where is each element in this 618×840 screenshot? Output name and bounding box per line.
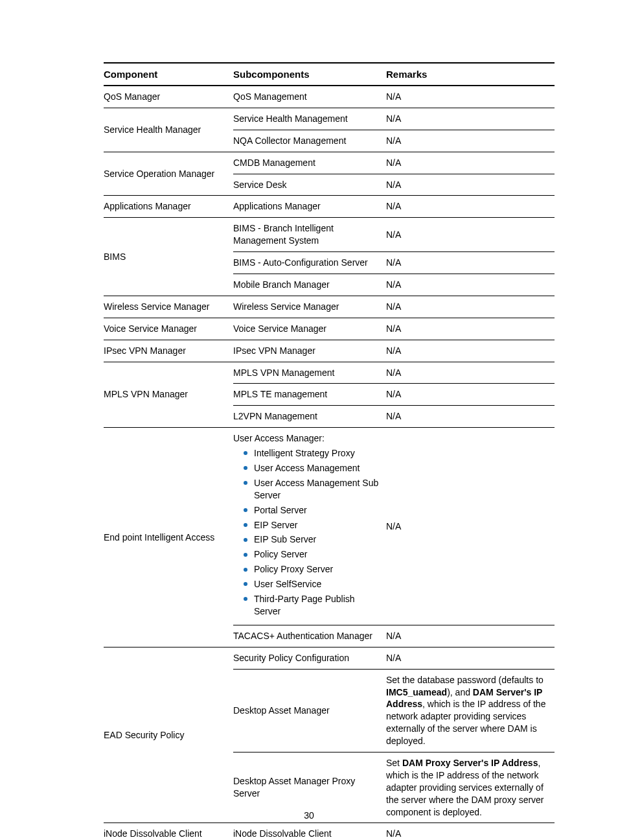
- sublist-item: User Access Management: [244, 462, 381, 474]
- subcomponent-cell: iNode Dissolvable Client: [233, 823, 386, 840]
- remarks-cell: N/A: [386, 218, 555, 252]
- remarks-cell: N/A: [386, 823, 555, 840]
- sublist-item: Policy Server: [244, 548, 381, 561]
- remarks-cell: N/A: [386, 625, 555, 647]
- sublist-header: User Access Manager:: [233, 432, 381, 445]
- remarks-cell: N/A: [386, 196, 555, 218]
- subcomponent-cell: MPLS TE management: [233, 384, 386, 406]
- sublist-item: Third-Party Page Publish Server: [244, 593, 381, 618]
- component-cell: BIMS: [104, 218, 233, 296]
- remarks-cell: N/A: [386, 384, 555, 406]
- subcomponent-cell: User Access Manager:Intelligent Strategy…: [233, 428, 386, 625]
- sublist-item: EIP Server: [244, 519, 381, 531]
- remarks-cell: N/A: [386, 647, 555, 669]
- subcomponent-cell: Mobile Branch Manager: [233, 274, 386, 296]
- subcomponent-cell: L2VPN Management: [233, 406, 386, 428]
- remarks-cell: N/A: [386, 152, 555, 174]
- table-row: MPLS VPN ManagerMPLS VPN ManagementN/A: [104, 362, 555, 384]
- header-subcomponents: Subcomponents: [233, 63, 386, 86]
- table-row: Service Health ManagerService Health Man…: [104, 108, 555, 130]
- component-cell: End point Intelligent Access: [104, 428, 233, 647]
- remarks-cell: N/A: [386, 86, 555, 108]
- component-cell: MPLS VPN Manager: [104, 362, 233, 428]
- subcomponent-cell: CMDB Management: [233, 152, 386, 174]
- sublist-item: Portal Server: [244, 504, 381, 517]
- subcomponent-cell: BIMS - Branch Intelligent Management Sys…: [233, 218, 386, 252]
- component-cell: Service Operation Manager: [104, 152, 233, 196]
- remarks-cell: N/A: [386, 406, 555, 428]
- subcomponent-cell: BIMS - Auto-Configuration Server: [233, 252, 386, 274]
- remarks-cell: Set the database password (defaults to I…: [386, 669, 555, 752]
- remarks-cell: N/A: [386, 274, 555, 296]
- table-row: iNode Dissolvable ClientiNode Dissolvabl…: [104, 823, 555, 840]
- component-cell: IPsec VPN Manager: [104, 340, 233, 362]
- subcomponent-cell: QoS Management: [233, 86, 386, 108]
- table-row: BIMSBIMS - Branch Intelligent Management…: [104, 218, 555, 252]
- sublist-item: Intelligent Strategy Proxy: [244, 447, 381, 460]
- table-row: Service Operation ManagerCMDB Management…: [104, 152, 555, 174]
- table-header-row: Component Subcomponents Remarks: [104, 63, 555, 86]
- table-body: QoS ManagerQoS ManagementN/AService Heal…: [104, 86, 555, 840]
- table-row: IPsec VPN ManagerIPsec VPN ManagerN/A: [104, 340, 555, 362]
- components-table: Component Subcomponents Remarks QoS Mana…: [104, 62, 555, 840]
- subcomponent-cell: Voice Service Manager: [233, 318, 386, 340]
- header-component: Component: [104, 63, 233, 86]
- remarks-cell: N/A: [386, 340, 555, 362]
- header-remarks: Remarks: [386, 63, 555, 86]
- table-row: QoS ManagerQoS ManagementN/A: [104, 86, 555, 108]
- subcomponent-cell: Wireless Service Manager: [233, 296, 386, 318]
- subcomponent-cell: Service Health Management: [233, 108, 386, 130]
- sublist-item: Policy Proxy Server: [244, 563, 381, 576]
- component-cell: Service Health Manager: [104, 108, 233, 152]
- sublist-item: User Access Management Sub Server: [244, 477, 381, 502]
- page-number: 30: [0, 810, 618, 821]
- table-row: Voice Service ManagerVoice Service Manag…: [104, 318, 555, 340]
- remarks-cell: N/A: [386, 296, 555, 318]
- sublist: Intelligent Strategy ProxyUser Access Ma…: [233, 447, 381, 618]
- component-cell: Voice Service Manager: [104, 318, 233, 340]
- table-row: Applications ManagerApplications Manager…: [104, 196, 555, 218]
- table-row: End point Intelligent AccessUser Access …: [104, 428, 555, 625]
- subcomponent-cell: IPsec VPN Manager: [233, 340, 386, 362]
- component-cell: Applications Manager: [104, 196, 233, 218]
- subcomponent-cell: Service Desk: [233, 174, 386, 196]
- remarks-cell: N/A: [386, 174, 555, 196]
- remarks-cell: N/A: [386, 108, 555, 130]
- subcomponent-cell: Security Policy Configuration: [233, 647, 386, 669]
- remarks-cell: N/A: [386, 318, 555, 340]
- remarks-cell: N/A: [386, 362, 555, 384]
- subcomponent-cell: Applications Manager: [233, 196, 386, 218]
- remarks-cell: N/A: [386, 130, 555, 152]
- component-cell: QoS Manager: [104, 86, 233, 108]
- component-cell: iNode Dissolvable Client: [104, 823, 233, 840]
- subcomponent-cell: NQA Collector Management: [233, 130, 386, 152]
- subcomponent-cell: MPLS VPN Management: [233, 362, 386, 384]
- component-cell: EAD Security Policy: [104, 647, 233, 823]
- table-row: EAD Security PolicySecurity Policy Confi…: [104, 647, 555, 669]
- component-cell: Wireless Service Manager: [104, 296, 233, 318]
- sublist-item: EIP Sub Server: [244, 533, 381, 546]
- sublist-item: User SelfService: [244, 578, 381, 590]
- remarks-cell: N/A: [386, 428, 555, 625]
- subcomponent-cell: Desktop Asset Manager: [233, 669, 386, 752]
- page: Component Subcomponents Remarks QoS Mana…: [0, 0, 618, 840]
- remarks-cell: N/A: [386, 252, 555, 274]
- table-row: Wireless Service ManagerWireless Service…: [104, 296, 555, 318]
- subcomponent-cell: TACACS+ Authentication Manager: [233, 625, 386, 647]
